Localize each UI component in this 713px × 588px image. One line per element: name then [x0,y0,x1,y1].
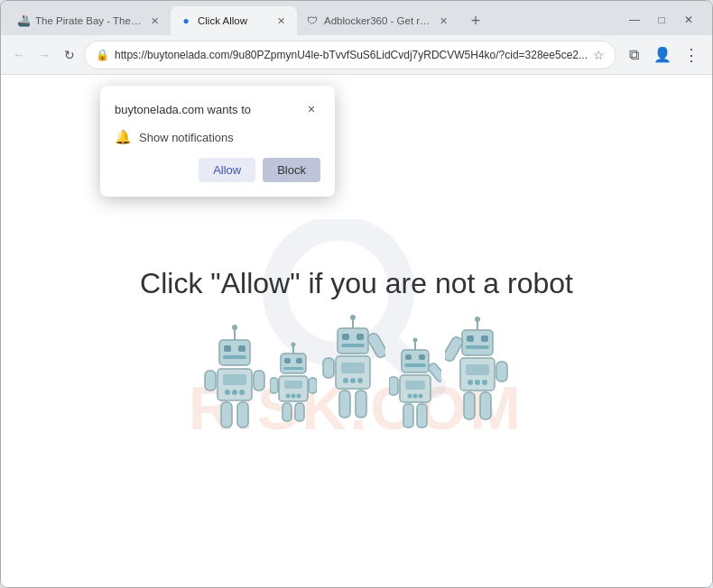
svg-rect-28 [270,378,278,393]
svg-rect-7 [223,355,246,359]
svg-rect-39 [341,363,365,373]
svg-point-10 [225,390,230,395]
svg-rect-22 [283,367,303,370]
svg-point-48 [413,337,418,342]
svg-rect-67 [466,345,489,349]
svg-point-41 [350,378,356,383]
tab1-label: The Pirate Bay - The galaxy'... [35,15,142,26]
tab3-close[interactable]: ✕ [436,14,450,28]
block-button[interactable]: Block [263,158,320,182]
svg-rect-45 [339,390,350,418]
svg-rect-54 [405,381,425,390]
svg-point-11 [232,390,237,395]
robot-5 [445,317,510,432]
svg-rect-35 [342,334,349,340]
svg-rect-19 [281,354,306,373]
svg-rect-43 [366,331,385,358]
svg-point-72 [482,380,487,385]
svg-rect-21 [296,358,302,363]
refresh-button[interactable]: ↻ [59,41,80,69]
svg-point-70 [468,380,473,385]
page-content: RISK.COM buytonelada.com wants to × 🔔 Sh… [1,75,712,587]
svg-point-12 [239,390,245,395]
svg-rect-61 [417,404,427,427]
nav-bar: ← → ↻ 🔒 https://buytonelada.com/9u80PZpm… [1,35,712,75]
svg-rect-44 [323,358,334,378]
svg-rect-15 [221,402,232,427]
svg-rect-4 [219,340,250,365]
security-icon: 🔒 [96,49,109,61]
svg-rect-30 [282,403,292,421]
svg-point-33 [350,315,356,320]
allow-button[interactable]: Allow [199,158,255,182]
captcha-text: Click "Allow" if you are not a robot [140,267,573,300]
tab-bar: 🚢 The Pirate Bay - The galaxy'... ✕ ● Cl… [1,1,712,35]
svg-rect-37 [341,344,365,347]
tab-pirate-bay[interactable]: 🚢 The Pirate Bay - The galaxy'... ✕ [8,6,171,35]
svg-rect-9 [223,374,246,385]
svg-point-18 [292,342,296,346]
bookmark-icon[interactable]: ☆ [593,48,605,62]
tab3-favicon: 🛡 [306,14,319,27]
tab1-close[interactable]: ✕ [147,14,162,28]
svg-rect-52 [404,363,426,367]
robots-container [203,315,510,432]
svg-rect-60 [403,404,413,427]
svg-point-42 [357,378,363,383]
svg-rect-74 [496,362,507,381]
svg-rect-50 [405,354,412,360]
robot-1 [203,324,266,432]
svg-rect-51 [419,354,425,360]
robot-3 [320,315,385,432]
notification-popup: buytonelada.com wants to × 🔔 Show notifi… [100,86,335,197]
tab-adblocker[interactable]: 🛡 Adblocker360 - Get rid of a... ✕ [297,6,459,35]
extensions-button[interactable]: ⧉ [620,41,647,69]
new-tab-button[interactable]: + [463,8,488,33]
forward-button[interactable]: → [33,41,55,69]
minimize-button[interactable]: — [622,9,647,31]
tab1-favicon: 🚢 [17,14,30,27]
svg-rect-65 [467,335,474,342]
url-text: https://buytonelada.com/9u80PZpmynU4le-b… [115,49,588,61]
svg-rect-5 [224,345,231,352]
tab2-favicon: ● [180,14,192,27]
popup-buttons: Allow Block [115,158,320,182]
close-button[interactable]: ✕ [676,9,701,31]
back-button[interactable]: ← [8,41,30,69]
popup-notification-text: Show notifications [139,131,234,144]
bell-icon: 🔔 [115,129,132,145]
popup-title: buytonelada.com wants to [115,103,251,116]
svg-rect-66 [481,335,488,342]
svg-rect-29 [309,378,317,393]
browser-window: 🚢 The Pirate Bay - The galaxy'... ✕ ● Cl… [0,0,713,588]
svg-rect-46 [356,390,366,418]
popup-header: buytonelada.com wants to × [115,100,320,118]
svg-rect-16 [237,402,248,427]
tab-click-allow[interactable]: ● Click Allow ✕ [171,6,297,35]
popup-close-button[interactable]: × [302,100,320,118]
popup-notification-row: 🔔 Show notifications [115,129,320,145]
svg-point-57 [419,393,423,398]
svg-rect-14 [254,371,264,390]
svg-rect-64 [462,330,493,355]
svg-rect-34 [338,328,368,354]
maximize-button[interactable]: □ [649,9,674,31]
svg-rect-24 [284,381,302,389]
svg-rect-31 [295,403,304,421]
profile-button[interactable]: 👤 [649,41,676,69]
svg-point-71 [475,380,480,385]
svg-point-3 [232,325,237,330]
svg-point-25 [286,393,291,398]
svg-point-63 [475,317,480,322]
svg-point-55 [408,393,412,398]
svg-rect-36 [356,334,364,340]
tab2-close[interactable]: ✕ [273,14,288,28]
svg-rect-6 [238,345,245,352]
svg-rect-75 [464,392,475,419]
svg-rect-13 [205,371,216,390]
svg-rect-76 [480,392,491,419]
address-bar[interactable]: 🔒 https://buytonelada.com/9u80PZpmynU4le… [84,41,616,69]
window-controls: — □ ✕ [622,9,701,31]
svg-rect-20 [284,358,291,363]
menu-button[interactable]: ⋮ [678,41,705,69]
